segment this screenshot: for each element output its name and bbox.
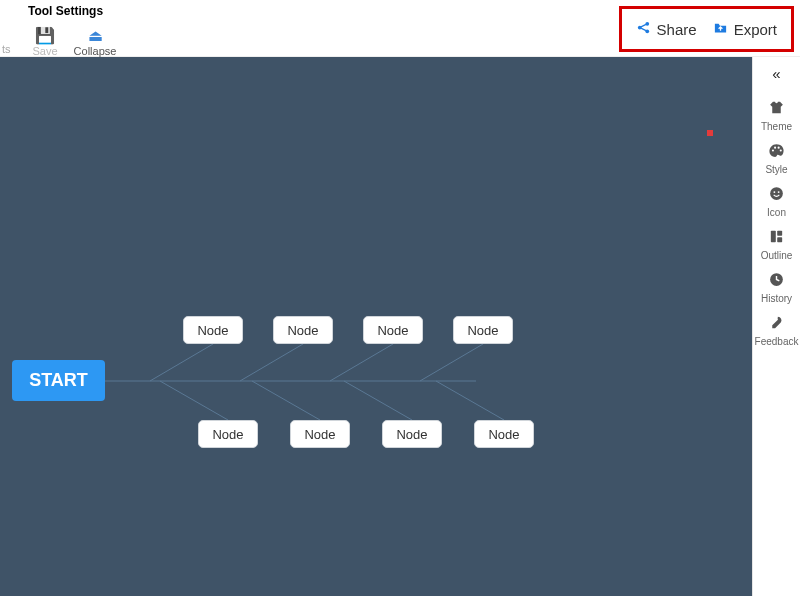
svg-point-16 bbox=[778, 147, 780, 149]
svg-line-8 bbox=[330, 344, 393, 381]
root-node[interactable]: START bbox=[12, 360, 105, 401]
right-sidebar: « Theme Style Icon Outline History Feedb… bbox=[752, 57, 800, 596]
mindmap-canvas[interactable]: START Node Node Node Node Node Node Node… bbox=[0, 57, 752, 596]
share-label: Share bbox=[657, 21, 697, 38]
diagram-node[interactable]: Node bbox=[363, 316, 423, 344]
svg-line-3 bbox=[641, 24, 646, 27]
save-icon: 💾 bbox=[35, 26, 55, 45]
share-button[interactable]: Share bbox=[636, 20, 697, 38]
svg-line-11 bbox=[252, 381, 320, 420]
diagram-node[interactable]: Node bbox=[273, 316, 333, 344]
svg-rect-21 bbox=[771, 231, 776, 242]
red-marker bbox=[707, 130, 713, 136]
smiley-icon bbox=[768, 185, 785, 207]
sidebar-item-style[interactable]: Style bbox=[753, 142, 800, 175]
sidebar-item-label: Icon bbox=[767, 207, 786, 218]
export-label: Export bbox=[734, 21, 777, 38]
svg-point-17 bbox=[780, 149, 782, 151]
eject-icon: ⏏ bbox=[88, 26, 103, 45]
sidebar-item-outline[interactable]: Outline bbox=[753, 228, 800, 261]
sidebar-collapse-button[interactable]: « bbox=[753, 57, 800, 89]
svg-line-7 bbox=[240, 344, 303, 381]
highlighted-actions: Share Export bbox=[619, 6, 794, 52]
svg-point-18 bbox=[770, 187, 783, 200]
diagram-node[interactable]: Node bbox=[290, 420, 350, 448]
palette-icon bbox=[768, 142, 785, 164]
diagram-node[interactable]: Node bbox=[183, 316, 243, 344]
save-label: Save bbox=[32, 45, 57, 57]
svg-point-15 bbox=[774, 147, 776, 149]
diagram-node[interactable]: Node bbox=[453, 316, 513, 344]
sidebar-item-label: History bbox=[761, 293, 792, 304]
svg-line-6 bbox=[150, 344, 213, 381]
svg-point-14 bbox=[772, 149, 774, 151]
svg-line-10 bbox=[160, 381, 228, 420]
sidebar-item-feedback[interactable]: Feedback bbox=[753, 314, 800, 347]
svg-rect-22 bbox=[777, 231, 782, 236]
diagram-node[interactable]: Node bbox=[474, 420, 534, 448]
svg-line-9 bbox=[420, 344, 483, 381]
svg-line-12 bbox=[344, 381, 412, 420]
sidebar-item-label: Feedback bbox=[755, 336, 799, 347]
svg-point-19 bbox=[773, 191, 775, 193]
export-button[interactable]: Export bbox=[713, 20, 777, 38]
share-icon bbox=[636, 20, 651, 38]
save-button[interactable]: 💾 Save bbox=[20, 5, 70, 57]
top-toolbar: Tool Settings ts 💾 Save ⏏ Collapse Share… bbox=[0, 0, 800, 57]
sidebar-item-label: Theme bbox=[761, 121, 792, 132]
export-icon bbox=[713, 20, 728, 38]
sidebar-item-icon[interactable]: Icon bbox=[753, 185, 800, 218]
wrench-icon bbox=[768, 314, 785, 336]
clock-icon bbox=[768, 271, 785, 293]
diagram-node[interactable]: Node bbox=[198, 420, 258, 448]
sidebar-item-theme[interactable]: Theme bbox=[753, 99, 800, 132]
svg-line-4 bbox=[641, 28, 646, 31]
sidebar-item-label: Style bbox=[765, 164, 787, 175]
truncated-text: ts bbox=[2, 43, 11, 55]
collapse-label: Collapse bbox=[74, 45, 117, 57]
svg-point-20 bbox=[778, 191, 780, 193]
svg-line-13 bbox=[436, 381, 504, 420]
sidebar-item-label: Outline bbox=[761, 250, 793, 261]
sidebar-item-history[interactable]: History bbox=[753, 271, 800, 304]
diagram-node[interactable]: Node bbox=[382, 420, 442, 448]
collapse-button[interactable]: ⏏ Collapse bbox=[70, 5, 120, 57]
outline-icon bbox=[768, 228, 785, 250]
chevron-left-double-icon: « bbox=[772, 65, 780, 82]
shirt-icon bbox=[768, 99, 785, 121]
svg-rect-23 bbox=[777, 237, 782, 242]
